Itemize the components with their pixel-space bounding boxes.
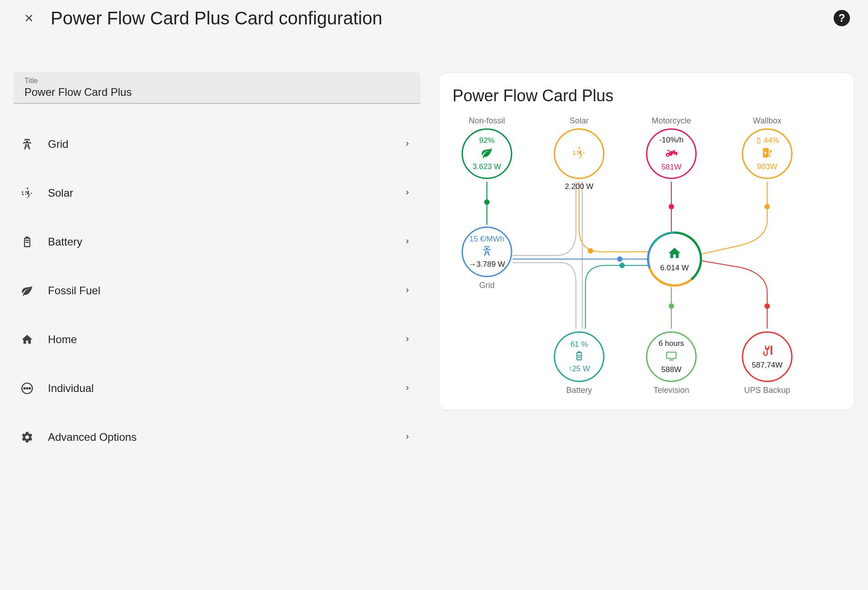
- menu-item-advanced[interactable]: Advanced Options: [14, 413, 420, 462]
- node-solar[interactable]: Solar 2.200 W: [554, 116, 604, 192]
- svg-point-10: [669, 303, 674, 309]
- node-battery[interactable]: 61 % ↑25 W Battery: [554, 329, 604, 395]
- menu-item-home[interactable]: Home: [14, 315, 420, 364]
- menu-item-battery[interactable]: Battery: [14, 217, 420, 266]
- ev-station-icon: [761, 146, 774, 161]
- node-label: Non-fossil: [462, 116, 512, 126]
- battery-icon: [574, 350, 585, 363]
- svg-point-8: [669, 204, 674, 209]
- svg-point-1: [24, 387, 25, 389]
- svg-point-2: [26, 387, 28, 389]
- preview-title: Power Flow Card Plus: [453, 86, 840, 105]
- node-label: Solar: [554, 116, 604, 126]
- transmission-tower-icon: [19, 136, 35, 152]
- home-icon: [19, 331, 35, 348]
- chevron-right-icon: [403, 333, 411, 346]
- home-icon: [667, 246, 682, 262]
- node-label: Grid: [462, 281, 512, 290]
- node-label: Television: [646, 386, 697, 395]
- dots-icon: [19, 380, 35, 396]
- node-value: 903W: [757, 162, 777, 172]
- menu-label: Solar: [48, 187, 403, 199]
- node-value: 3.623 W: [472, 162, 501, 172]
- battery-icon: [19, 234, 35, 250]
- chevron-right-icon: [403, 284, 411, 297]
- leaf-icon: [19, 283, 35, 299]
- node-value: 6.014 W: [660, 263, 689, 273]
- node-secondary: 92%: [479, 136, 495, 146]
- svg-rect-12: [757, 138, 760, 143]
- node-motorcycle[interactable]: Motorcycle -10%/h 581W: [646, 116, 697, 179]
- ups-icon: [760, 344, 774, 359]
- chevron-right-icon: [403, 138, 411, 151]
- svg-point-11: [764, 303, 770, 309]
- chevron-right-icon: [403, 431, 411, 444]
- node-label: Wallbox: [742, 116, 793, 126]
- node-secondary: 61 %: [571, 340, 588, 349]
- transmission-tower-icon: [481, 245, 493, 259]
- title-input-label: Title: [24, 77, 410, 85]
- node-nonfossil[interactable]: Non-fossil 92% 3.623 W: [462, 116, 512, 179]
- node-home[interactable]: 6.014 W: [647, 231, 702, 287]
- node-secondary: 6 hours: [659, 339, 684, 349]
- svg-point-7: [619, 263, 625, 268]
- node-label: Motorcycle: [646, 116, 697, 126]
- node-secondary: 44%: [755, 136, 779, 146]
- node-grid[interactable]: 15 €/MWh →3.789 W Grid: [462, 224, 512, 290]
- television-icon: [665, 349, 678, 364]
- node-value: →3.789 W: [469, 260, 505, 269]
- leaf-icon: [481, 146, 493, 161]
- solar-icon: [19, 185, 35, 201]
- gear-icon: [19, 429, 35, 445]
- menu-item-individual[interactable]: Individual: [14, 364, 420, 413]
- motorcycle-icon: [665, 146, 678, 161]
- node-label: Battery: [554, 386, 604, 395]
- node-value: 587,74W: [752, 360, 783, 370]
- node-value: 581W: [661, 162, 681, 172]
- node-secondary: 15 €/MWh: [469, 234, 504, 244]
- node-television[interactable]: 6 hours 588W Television: [646, 329, 697, 395]
- solar-icon: [572, 146, 586, 162]
- flow-diagram: Non-fossil 92% 3.623 W Solar: [453, 116, 814, 396]
- preview-card: Power Flow Card Plus: [439, 72, 854, 411]
- menu-label: Battery: [48, 236, 403, 248]
- menu-item-solar[interactable]: Solar: [14, 169, 420, 217]
- svg-rect-14: [667, 352, 676, 359]
- node-value: ↑25 W: [568, 364, 590, 374]
- node-label: UPS Backup: [742, 386, 793, 395]
- menu-label: Grid: [48, 138, 403, 151]
- node-value: 588W: [661, 365, 681, 375]
- chevron-right-icon: [403, 236, 411, 248]
- menu-label: Advanced Options: [48, 431, 403, 444]
- node-wallbox[interactable]: Wallbox 44% 903W: [742, 116, 793, 179]
- svg-point-6: [617, 256, 623, 262]
- menu-label: Fossil Fuel: [48, 284, 403, 297]
- menu-item-fossil-fuel[interactable]: Fossil Fuel: [14, 266, 420, 315]
- help-button[interactable]: ?: [834, 10, 850, 26]
- node-value: 2.200 W: [554, 182, 604, 192]
- node-secondary: -10%/h: [659, 135, 684, 145]
- title-input-container[interactable]: Title: [14, 72, 420, 104]
- page-title: Power Flow Card Plus Card configuration: [51, 8, 834, 28]
- svg-point-4: [484, 199, 490, 205]
- svg-point-9: [764, 204, 770, 209]
- chevron-right-icon: [403, 382, 411, 395]
- menu-label: Home: [48, 333, 403, 346]
- node-ups[interactable]: 587,74W UPS Backup: [742, 329, 793, 395]
- svg-point-5: [588, 248, 593, 254]
- close-button[interactable]: [18, 7, 40, 29]
- menu-label: Individual: [48, 382, 403, 395]
- svg-rect-13: [758, 138, 759, 138]
- chevron-right-icon: [403, 187, 411, 199]
- menu-item-grid[interactable]: Grid: [14, 120, 420, 169]
- title-input[interactable]: [24, 86, 410, 99]
- svg-point-3: [29, 387, 30, 389]
